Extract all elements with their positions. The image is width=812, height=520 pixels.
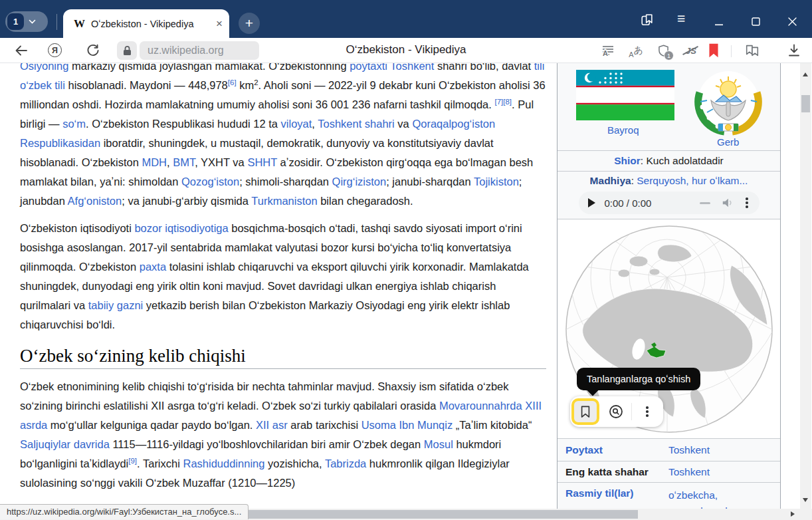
browser-window: 1 W Oʻzbekiston - Vikipediya × + ≡ Я: [0, 0, 812, 520]
tab-close-icon[interactable]: ×: [216, 18, 223, 29]
player-time: 0:00 / 0:00: [605, 197, 652, 209]
flag-caption-link[interactable]: Bayroq: [607, 124, 639, 136]
translate-icon[interactable]: A あ: [628, 43, 644, 59]
visual-search-icon: [608, 404, 624, 420]
add-to-favorites-tooltip: Tanlanganlarga qoʻshish: [577, 368, 700, 390]
yandex-home-icon[interactable]: Я: [48, 43, 62, 57]
article-paragraph: Osiyoning markaziy qismida joylashgan ma…: [20, 63, 546, 211]
wikipedia-favicon-icon: W: [74, 17, 85, 31]
motto-label-link[interactable]: Shior: [614, 155, 641, 166]
bookmarks-panel-icon[interactable]: [640, 13, 655, 27]
infobox-motto-row: Shior: Kuch adolatdadir: [558, 151, 780, 172]
visual-search-button[interactable]: [601, 396, 631, 427]
close-button[interactable]: [788, 17, 797, 26]
capital-label-link[interactable]: Poytaxt: [565, 444, 668, 456]
titlebar: 1 W Oʻzbekiston - Vikipediya × + ≡: [0, 0, 812, 38]
coat-of-arms-image[interactable]: [694, 67, 763, 136]
javascript-blocked-icon[interactable]: JS: [683, 43, 699, 59]
largest-city-value: Toshkent: [668, 466, 772, 478]
infobox-row-largest-city: Eng katta shahar Toshkent: [558, 461, 780, 483]
more-actions-button[interactable]: [632, 396, 662, 427]
minimize-button[interactable]: [715, 18, 724, 27]
toolbar: Я uz.wikipedia.org Oʻzbekiston - Vikiped…: [0, 38, 812, 63]
seek-bar[interactable]: [700, 202, 710, 204]
toolbar-divider: [731, 45, 732, 57]
article-paragraph: Oʻzbek etnonimining kelib chiqishi toʻgʻ…: [20, 377, 546, 493]
vertical-scrollbar[interactable]: [800, 63, 811, 509]
more-vertical-icon: [644, 404, 651, 419]
maximize-button[interactable]: [752, 17, 760, 26]
volume-icon[interactable]: [721, 197, 734, 209]
infobox-row-capital: Poytaxt Toshkent: [558, 439, 780, 461]
titlebar-divider: [56, 14, 57, 30]
chevron-down-icon: [29, 19, 36, 24]
anthem-title-link[interactable]: Serquyosh, hur oʻlkam...: [637, 175, 748, 186]
tab-title: Oʻzbekiston - Vikipediya: [91, 19, 213, 29]
player-menu-icon[interactable]: [744, 195, 750, 210]
collections-icon[interactable]: [744, 43, 760, 59]
protect-shield-icon[interactable]: 1: [655, 43, 671, 59]
tab-active[interactable]: W Oʻzbekiston - Vikipediya ×: [63, 9, 229, 38]
official-languages-value: oʻzbekcha, qoraqalpoqcha: [668, 487, 772, 509]
bookmark-outline-icon: [579, 405, 591, 418]
tab-count-badge: 1: [7, 13, 24, 30]
scroll-up-arrow-icon[interactable]: [803, 72, 808, 76]
capital-value: Toshkent: [668, 444, 772, 456]
menu-icon[interactable]: ≡: [677, 11, 685, 27]
infobox-emblems-row: Bayroq: [558, 63, 780, 151]
site-security-button[interactable]: [117, 41, 137, 60]
download-icon[interactable]: [786, 43, 802, 59]
status-url-popup: https://uz.wikipedia.org/wiki/Fayl:Узбек…: [0, 504, 249, 519]
page-title: Oʻzbekiston - Vikipediya: [266, 43, 546, 57]
page-viewport: Osiyoning markaziy qismida joylashgan ma…: [0, 63, 800, 509]
bookmark-active-icon[interactable]: [706, 43, 722, 59]
section-heading: Oʻzbek soʻzining kelib chiqishi: [20, 346, 546, 369]
gerb-caption-link[interactable]: Gerb: [717, 136, 739, 148]
address-bar[interactable]: uz.wikipedia.org: [140, 41, 259, 60]
bookmark-highlighted-button[interactable]: [571, 398, 599, 425]
refresh-icon[interactable]: [85, 43, 101, 59]
shield-counter-badge: 1: [664, 51, 674, 61]
infobox-anthem-row: Madhiya: Serquyosh, hur oʻlkam... 0:00 /…: [558, 172, 780, 219]
motto-value: Kuch adolatdadir: [646, 155, 723, 166]
country-infobox: Bayroq: [557, 63, 781, 509]
anthem-label-link[interactable]: Madhiya: [590, 175, 631, 186]
scroll-right-arrow-icon[interactable]: [791, 511, 795, 517]
article-paragraph: Oʻzbekiston iqtisodiyoti bozor iqtisodiy…: [20, 219, 546, 334]
scrollbar-corner: [800, 509, 812, 520]
tab-group-chip[interactable]: 1: [5, 11, 48, 32]
play-icon[interactable]: [588, 198, 595, 207]
audio-player: 0:00 / 0:00: [579, 192, 760, 214]
largest-city-label: Eng katta shahar: [565, 466, 668, 478]
lock-icon: [122, 45, 132, 56]
image-hover-toolbar: [570, 396, 663, 427]
official-languages-label-link[interactable]: Rasmiy til(lar): [565, 487, 668, 499]
reader-mode-icon[interactable]: A: [600, 43, 616, 59]
flag-image[interactable]: [576, 70, 674, 120]
back-icon[interactable]: [13, 43, 29, 59]
infobox-row-official-languages: Rasmiy til(lar) oʻzbekcha, qoraqalpoqcha: [558, 483, 780, 509]
article-body: Osiyoning markaziy qismida joylashgan ma…: [20, 63, 546, 501]
svg-text:A: A: [603, 49, 608, 57]
vertical-scroll-thumb[interactable]: [801, 95, 810, 112]
scroll-down-arrow-icon[interactable]: [803, 498, 808, 502]
anthem-separator: :: [631, 175, 637, 186]
address-domain: uz.wikipedia.org: [148, 45, 224, 57]
new-tab-button[interactable]: +: [239, 13, 260, 34]
